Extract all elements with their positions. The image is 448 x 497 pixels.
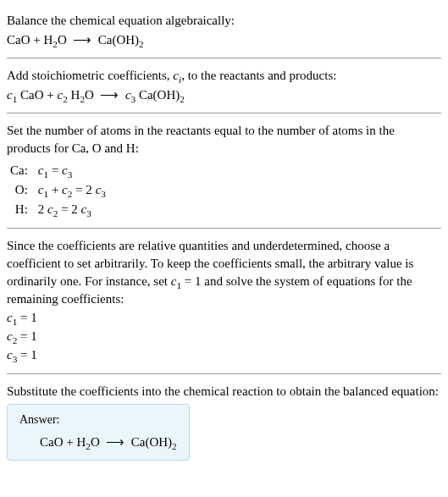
equation-with-coeffs: c1 CaO + c2 H2O ⟶ c3 Ca(OH)2: [7, 86, 441, 104]
step-text: Since the coefficients are relative quan…: [7, 237, 441, 308]
equation-unbalanced: CaO + H2O ⟶ Ca(OH)2: [7, 31, 441, 49]
atom-label: H:: [7, 200, 35, 219]
atom-equation: c1 + c2 = 2 c3: [35, 180, 109, 200]
balanced-equation: CaO + H2O ⟶ Ca(OH)2: [19, 433, 177, 451]
step-text: Add stoichiometric coefficients, ci, to …: [7, 67, 441, 85]
divider: [7, 228, 441, 229]
step-substitute: Substitute the coefficients into the che…: [7, 378, 441, 466]
atom-row: O:c1 + c2 = 2 c3: [7, 180, 109, 200]
step-text: Balance the chemical equation algebraica…: [7, 12, 441, 30]
step-balance: Balance the chemical equation algebraica…: [7, 7, 441, 54]
atom-label: Ca:: [7, 161, 35, 180]
step-atom-equations: Set the number of atoms in the reactants…: [7, 117, 441, 224]
atom-row: H:2 c2 = 2 c3: [7, 200, 109, 219]
answer-box: Answer: CaO + H2O ⟶ Ca(OH)2: [7, 404, 190, 461]
step-text: Set the number of atoms in the reactants…: [7, 122, 441, 157]
step-text: Substitute the coefficients into the che…: [7, 383, 441, 400]
atom-table-body: Ca:c1 = c3O:c1 + c2 = 2 c3H:2 c2 = 2 c3: [7, 161, 109, 219]
divider: [7, 113, 441, 113]
step-add-coeffs: Add stoichiometric coefficients, ci, to …: [7, 62, 441, 109]
divider: [7, 58, 441, 58]
atom-balance-table: Ca:c1 = c3O:c1 + c2 = 2 c3H:2 c2 = 2 c3: [7, 161, 109, 219]
atom-equation: 2 c2 = 2 c3: [35, 200, 109, 219]
atom-equation: c1 = c3: [35, 161, 109, 180]
step-solve: Since the coefficients are relative quan…: [7, 232, 441, 370]
coefficient-value: c1 = 1: [7, 309, 441, 327]
answer-label: Answer:: [19, 411, 177, 428]
coefficient-value: c3 = 1: [7, 346, 441, 364]
divider: [7, 373, 441, 374]
coefficient-list: c1 = 1c2 = 1c3 = 1: [7, 309, 441, 364]
atom-row: Ca:c1 = c3: [7, 161, 109, 180]
coefficient-value: c2 = 1: [7, 328, 441, 345]
atom-label: O:: [7, 180, 35, 200]
